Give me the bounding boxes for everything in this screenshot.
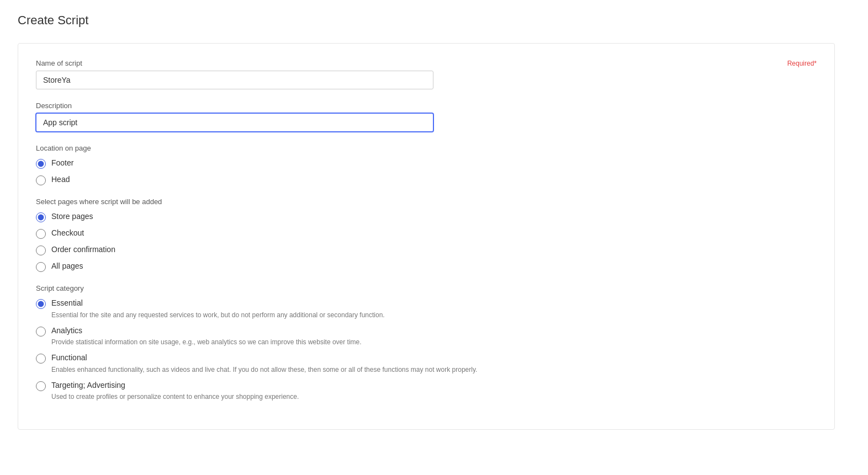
description-input[interactable]: [36, 113, 433, 132]
location-head-option[interactable]: Head: [36, 174, 817, 185]
category-functional-radio[interactable]: [36, 354, 46, 364]
description-field-group: Description: [36, 102, 817, 132]
name-field-group: Name of script Required*: [36, 59, 817, 89]
description-field-header: Description: [36, 102, 817, 110]
category-essential-desc: Essential for the site and any requested…: [51, 310, 385, 320]
category-essential-content: Essential Essential for the site and any…: [51, 298, 385, 320]
pages-all-label: All pages: [51, 261, 83, 272]
pages-store-option[interactable]: Store pages: [36, 211, 817, 222]
pages-all-radio[interactable]: [36, 262, 46, 272]
category-section-label: Script category: [36, 284, 817, 292]
location-section-label: Location on page: [36, 144, 817, 152]
pages-checkout-radio[interactable]: [36, 229, 46, 239]
category-functional-option[interactable]: Functional Enables enhanced functionalit…: [36, 353, 817, 375]
name-field-label: Name of script: [36, 59, 82, 67]
location-section: Location on page Footer Head: [36, 144, 817, 185]
pages-section-label: Select pages where script will be added: [36, 198, 817, 206]
pages-radio-group: Store pages Checkout Order confirmation …: [36, 211, 817, 272]
name-field-header: Name of script Required*: [36, 59, 817, 67]
category-targeting-label: Targeting; Advertising: [51, 380, 299, 391]
category-essential-label: Essential: [51, 298, 385, 309]
description-field-label: Description: [36, 102, 72, 110]
pages-order-confirmation-radio[interactable]: [36, 245, 46, 255]
page-title: Create Script: [18, 13, 850, 28]
category-analytics-content: Analytics Provide statistical informatio…: [51, 325, 362, 348]
form-card: Name of script Required* Description Loc…: [18, 43, 835, 430]
category-analytics-label: Analytics: [51, 325, 362, 337]
pages-order-confirmation-option[interactable]: Order confirmation: [36, 244, 817, 255]
category-section: Script category Essential Essential for …: [36, 284, 817, 402]
location-head-radio[interactable]: [36, 175, 46, 185]
pages-all-option[interactable]: All pages: [36, 261, 817, 272]
category-analytics-option[interactable]: Analytics Provide statistical informatio…: [36, 325, 817, 348]
location-radio-group: Footer Head: [36, 158, 817, 185]
category-targeting-option[interactable]: Targeting; Advertising Used to create pr…: [36, 380, 817, 402]
category-essential-option[interactable]: Essential Essential for the site and any…: [36, 298, 817, 320]
category-analytics-radio[interactable]: [36, 327, 46, 337]
pages-order-confirmation-label: Order confirmation: [51, 244, 115, 255]
category-analytics-desc: Provide statistical information on site …: [51, 337, 362, 347]
pages-store-radio[interactable]: [36, 212, 46, 222]
pages-section: Select pages where script will be added …: [36, 198, 817, 272]
required-indicator: Required*: [787, 60, 817, 67]
category-radio-group: Essential Essential for the site and any…: [36, 298, 817, 402]
category-essential-radio[interactable]: [36, 299, 46, 309]
category-targeting-desc: Used to create profiles or personalize c…: [51, 392, 299, 402]
location-footer-label: Footer: [51, 158, 73, 169]
category-targeting-radio[interactable]: [36, 381, 46, 391]
location-footer-radio[interactable]: [36, 159, 46, 169]
location-footer-option[interactable]: Footer: [36, 158, 817, 169]
page-container: Create Script Name of script Required* D…: [0, 0, 868, 475]
category-targeting-content: Targeting; Advertising Used to create pr…: [51, 380, 299, 402]
pages-checkout-option[interactable]: Checkout: [36, 228, 817, 239]
script-name-input[interactable]: [36, 71, 433, 89]
pages-checkout-label: Checkout: [51, 228, 84, 239]
location-head-label: Head: [51, 174, 70, 185]
category-functional-label: Functional: [51, 353, 477, 364]
category-functional-desc: Enables enhanced functionality, such as …: [51, 365, 477, 375]
category-functional-content: Functional Enables enhanced functionalit…: [51, 353, 477, 375]
pages-store-label: Store pages: [51, 211, 93, 222]
